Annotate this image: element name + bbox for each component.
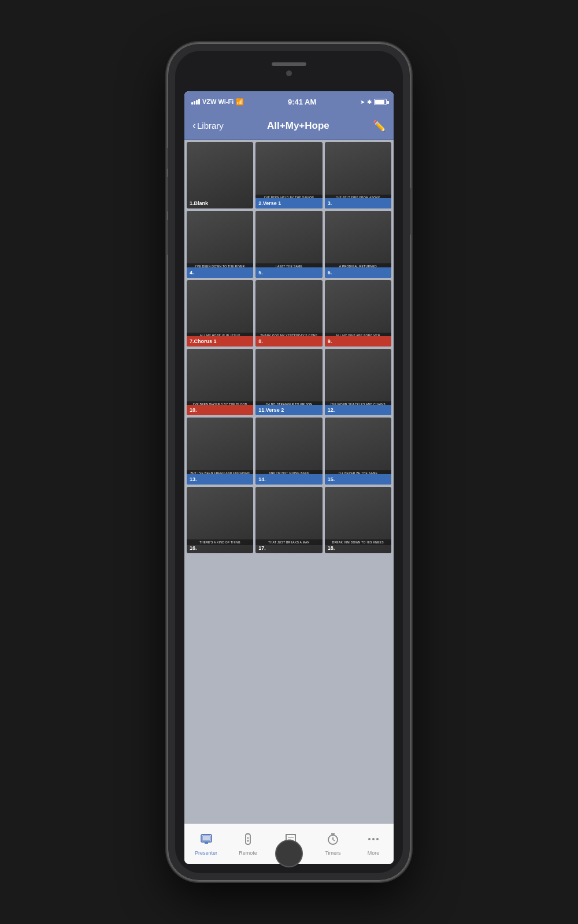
slide-grid: 1. BlankI'VE BEEN HELD BY THE SAVIOR2. V… [187, 142, 391, 553]
slide-name-11: Verse 2 [266, 407, 284, 413]
slide-item-14[interactable]: AND I'M NOT GOING BACK14. [255, 418, 322, 484]
tab-more-label: More [368, 850, 380, 856]
tab-presenter[interactable]: Presenter [190, 829, 222, 859]
slide-label-16: 16. [187, 543, 253, 553]
slide-label-9: 9. [325, 336, 391, 346]
phone-frame: VZW Wi-Fi 📶 9:41 AM ➤ ✱ ‹ Library [168, 43, 410, 881]
slide-number-6: 6. [328, 270, 332, 275]
slide-name-2: Verse 1 [263, 200, 281, 206]
slide-label-6: 6. [325, 267, 391, 278]
nav-bar: ‹ Library All+My+Hope ✏️ [184, 112, 394, 140]
remote-icon [241, 832, 255, 848]
slide-label-17: 17. [255, 543, 322, 553]
slide-item-9[interactable]: ALL MY SINS ARE FORGIVEN9. [325, 280, 391, 346]
slide-item-8[interactable]: THANK GOD MY YESTERDAY'S GONE8. [255, 280, 322, 346]
slide-label-11: 11. Verse 2 [255, 405, 322, 415]
speaker-grille [272, 62, 306, 66]
screen: VZW Wi-Fi 📶 9:41 AM ➤ ✱ ‹ Library [184, 91, 394, 864]
svg-point-16 [372, 838, 375, 840]
slide-item-18[interactable]: BREAK HIM DOWN TO HIS KNEES18. [325, 487, 391, 553]
more-icon [366, 832, 380, 848]
tab-timers-label: Timers [325, 850, 340, 856]
slide-grid-container[interactable]: 1. BlankI'VE BEEN HELD BY THE SAVIOR2. V… [184, 140, 394, 824]
slide-number-1: 1. [190, 200, 194, 206]
battery-fill [375, 100, 384, 104]
slide-number-18: 18. [328, 545, 335, 551]
slide-item-2[interactable]: I'VE BEEN HELD BY THE SAVIOR2. Verse 1 [255, 142, 322, 208]
slide-label-10: 10. [187, 405, 253, 415]
slide-label-14: 14. [255, 474, 322, 485]
volume-down-button[interactable] [166, 220, 168, 255]
bar3 [196, 100, 198, 105]
timers-icon [326, 832, 340, 848]
slide-number-12: 12. [328, 407, 335, 413]
edit-button[interactable]: ✏️ [373, 120, 386, 132]
battery-indicator [374, 99, 387, 105]
slide-number-7: 7. [190, 338, 194, 344]
slide-label-5: 5. [255, 267, 322, 278]
slide-number-8: 8. [258, 338, 263, 344]
slide-label-18: 18. [325, 543, 391, 553]
slide-item-6[interactable]: A PRODIGAL RETURNED6. [325, 211, 391, 277]
slide-label-7: 7. Chorus 1 [187, 336, 253, 346]
svg-point-15 [368, 838, 370, 840]
phone-inner: VZW Wi-Fi 📶 9:41 AM ➤ ✱ ‹ Library [175, 51, 403, 873]
bluetooth-icon: ✱ [367, 99, 372, 105]
slide-item-13[interactable]: BUT I'VE BEEN FREED AND FORGIVEN13. [187, 418, 253, 484]
volume-up-button[interactable] [166, 177, 168, 211]
svg-line-13 [333, 840, 335, 841]
slide-number-4: 4. [190, 270, 194, 275]
slide-number-5: 5. [258, 270, 263, 275]
slide-item-17[interactable]: THAT JUST BREAKS A MAN17. [255, 487, 322, 553]
front-camera [286, 70, 292, 76]
slide-number-17: 17. [258, 545, 266, 551]
status-right: ➤ ✱ [360, 99, 387, 105]
slide-label-12: 12. [325, 405, 391, 415]
slide-number-15: 15. [328, 476, 335, 482]
status-left: VZW Wi-Fi 📶 [191, 98, 244, 106]
slide-item-16[interactable]: THERE'S A KIND OF THING16. [187, 487, 253, 553]
slide-number-16: 16. [190, 545, 197, 551]
slide-number-2: 2. [258, 200, 263, 206]
slide-label-15: 15. [325, 474, 391, 485]
presenter-icon [199, 832, 213, 848]
slide-item-7[interactable]: ALL MY HOPE IS IN JESUS7. Chorus 1 [187, 280, 253, 346]
tab-remote[interactable]: Remote [234, 829, 262, 859]
slide-number-9: 9. [328, 338, 332, 344]
mute-button[interactable] [166, 148, 168, 169]
signal-bars [191, 99, 200, 105]
svg-rect-1 [202, 836, 210, 841]
slide-item-3[interactable]: I'VE FELT FIRE FROM ABOVE3. [325, 142, 391, 208]
slide-name-1: Blank [194, 200, 209, 206]
power-button[interactable] [410, 188, 412, 234]
slide-label-2: 2. Verse 1 [255, 198, 322, 208]
slide-item-11[interactable]: I'M NO STRANGER TO PRISON11. Verse 2 [255, 349, 322, 415]
slide-item-10[interactable]: I'VE BEEN WASHED BY THE BLOOD10. [187, 349, 253, 415]
location-icon: ➤ [360, 99, 365, 105]
slide-item-5[interactable]: I AIN'T THE SAME5. [255, 211, 322, 277]
slide-label-3: 3. [325, 198, 391, 208]
slide-item-15[interactable]: I'LL NEVER BE THE SAME15. [325, 418, 391, 484]
bar4 [198, 99, 200, 105]
svg-point-17 [376, 838, 379, 840]
bar2 [194, 101, 195, 105]
wifi-icon: 📶 [236, 98, 244, 106]
tab-more[interactable]: More [359, 829, 388, 859]
slide-item-1[interactable]: 1. Blank [187, 142, 253, 208]
slide-name-7: Chorus 1 [194, 338, 217, 344]
tab-remote-label: Remote [239, 850, 257, 856]
pencil-icon: ✏️ [373, 120, 386, 132]
tab-presenter-label: Presenter [195, 850, 217, 856]
slide-number-11: 11. [258, 407, 266, 413]
tab-timers[interactable]: Timers [318, 829, 347, 859]
home-button[interactable] [275, 840, 303, 867]
slide-item-4[interactable]: I'VE BEEN DOWN TO THE RIVER4. [187, 211, 253, 277]
status-time: 9:41 AM [288, 98, 316, 106]
page-title: All+My+Hope [267, 120, 329, 132]
notch-area [175, 51, 403, 91]
back-chevron-icon: ‹ [192, 120, 196, 132]
back-label: Library [197, 121, 224, 131]
slide-item-12[interactable]: I'VE WORN SHACKLES AND CHAINS12. [325, 349, 391, 415]
back-button[interactable]: ‹ Library [192, 120, 224, 132]
svg-point-7 [247, 840, 249, 842]
